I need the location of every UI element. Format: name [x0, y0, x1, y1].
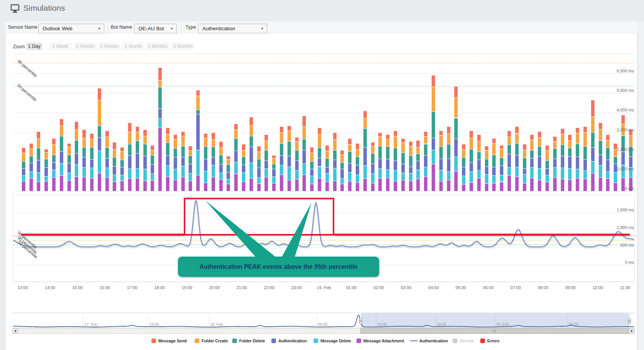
svg-text:04:00: 04:00 [428, 285, 439, 290]
svg-text:13:00: 13:00 [17, 285, 28, 290]
svg-text:15:00: 15:00 [72, 285, 83, 290]
svg-text:14:00: 14:00 [377, 322, 387, 327]
svg-text:0 ms: 0 ms [625, 186, 634, 191]
svg-text:09:00: 09:00 [565, 285, 576, 290]
svg-text:Errors: Errors [487, 339, 499, 343]
svg-text:22:00: 22:00 [264, 285, 274, 290]
svg-text:1,000 ms: 1,000 ms [617, 225, 634, 230]
svg-text:09:00: 09:00 [318, 322, 327, 327]
svg-text:2,000 ms: 2,000 ms [617, 147, 634, 152]
svg-text:5,000 ms: 5,000 ms [617, 88, 634, 93]
svg-text:Message Send: Message Send [158, 339, 187, 343]
svg-text:07:00: 07:00 [510, 285, 521, 290]
svg-text:17. Feb: 17. Feb [84, 322, 97, 327]
svg-text:Folder Create: Folder Create [202, 339, 228, 343]
svg-text:20:00: 20:00 [209, 285, 220, 290]
svg-text:90 percentile: 90 percentile [17, 59, 38, 78]
svg-text:05:00: 05:00 [455, 285, 466, 290]
svg-text:18:00: 18:00 [154, 285, 165, 290]
svg-text:Authentication: Authentication [419, 339, 448, 343]
svg-text:19. Feb: 19. Feb [496, 322, 509, 327]
svg-text:500 ms: 500 ms [620, 243, 634, 247]
svg-text:Folder Delete: Folder Delete [239, 339, 265, 343]
svg-text:01:00: 01:00 [346, 285, 357, 290]
svg-text:23:00: 23:00 [291, 285, 302, 290]
svg-text:4,000 ms: 4,000 ms [617, 108, 634, 112]
svg-text:1,000 ms: 1,000 ms [617, 167, 634, 171]
svg-text:6,000 ms: 6,000 ms [617, 69, 634, 73]
svg-text:02:00: 02:00 [373, 285, 384, 290]
svg-text:18. Feb: 18. Feb [210, 322, 223, 327]
svg-text:10:00: 10:00 [593, 285, 603, 290]
svg-text:0 ms: 0 ms [625, 260, 634, 265]
svg-text:21:00: 21:00 [237, 285, 247, 290]
svg-text:06:00: 06:00 [483, 285, 494, 290]
svg-text:Message Attachment: Message Attachment [363, 339, 404, 343]
svg-text:3,000 ms: 3,000 ms [617, 128, 634, 132]
svg-text:19. Feb: 19. Feb [317, 285, 331, 290]
svg-text:14:00: 14:00 [45, 285, 56, 290]
svg-text:19:00: 19:00 [150, 322, 159, 327]
svg-text:50 percentile: 50 percentile [16, 83, 38, 102]
svg-text:03:00: 03:00 [401, 285, 412, 290]
svg-text:Authentication PEAK events abo: Authentication PEAK events above the 95t… [199, 263, 358, 270]
svg-text:16:00: 16:00 [100, 285, 110, 290]
svg-text:11:00: 11:00 [620, 285, 631, 290]
svg-text:Message Delete: Message Delete [320, 339, 351, 343]
svg-text:1,500 ms: 1,500 ms [617, 208, 634, 212]
svg-text:Overall: Overall [460, 339, 473, 343]
svg-text:17:00: 17:00 [127, 285, 138, 290]
svg-text:Authentication: Authentication [278, 339, 307, 343]
svg-text:19:00: 19:00 [437, 322, 446, 327]
svg-text:19:00: 19:00 [182, 285, 192, 290]
svg-text:08:00: 08:00 [538, 285, 549, 290]
